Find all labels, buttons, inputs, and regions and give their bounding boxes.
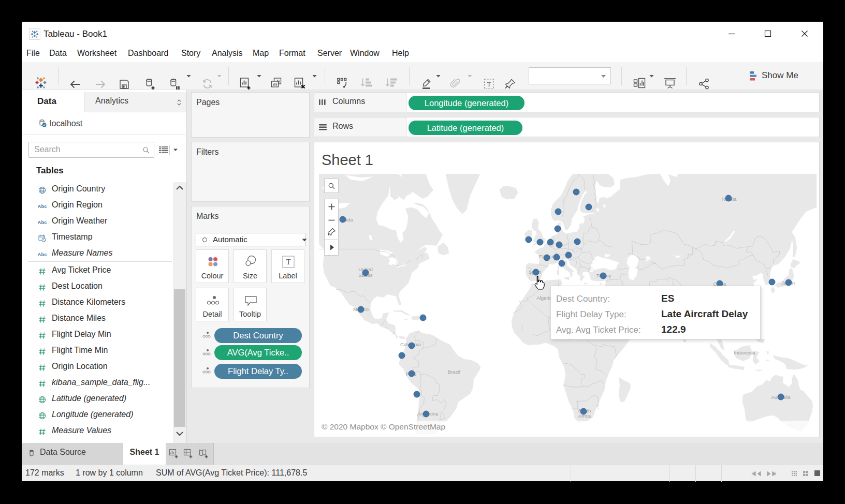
svg-text:T: T — [487, 81, 491, 88]
svg-text:Brazil: Brazil — [448, 369, 460, 375]
svg-text:Abc: Abc — [38, 251, 47, 257]
svg-text:T: T — [286, 258, 290, 266]
svg-text:Indonesia: Indonesia — [734, 350, 755, 355]
svg-text:Algeria: Algeria — [536, 295, 552, 301]
svg-text:Abc: Abc — [38, 219, 47, 225]
svg-text:Abc: Abc — [38, 203, 47, 209]
